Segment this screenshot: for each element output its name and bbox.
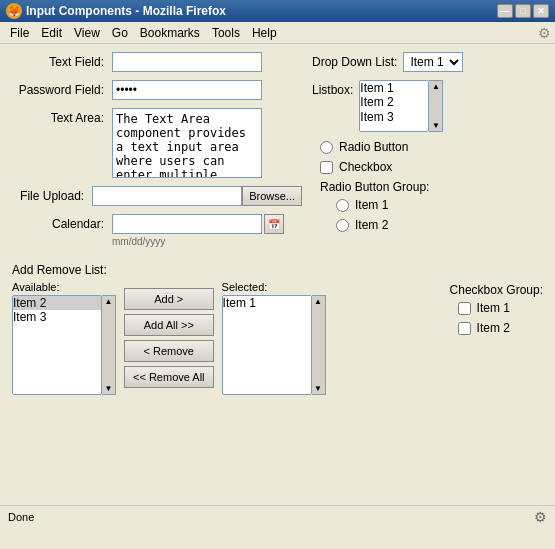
text-field-control [112, 52, 262, 72]
checkbox-group-item-1-label: Item 1 [477, 301, 510, 315]
radio-button-input[interactable] [320, 141, 333, 154]
text-field-label: Text Field: [12, 52, 112, 69]
status-text: Done [8, 511, 34, 523]
checkbox-group-item-2-input[interactable] [458, 322, 471, 335]
main-content: Text Field: Password Field: Text Area: T… [0, 44, 555, 527]
listbox-item-3: Item 3 [360, 110, 428, 124]
password-field-control [112, 80, 262, 100]
menu-go[interactable]: Go [106, 24, 134, 42]
selected-label: Selected: [222, 281, 326, 293]
selected-scroll-down: ▼ [314, 384, 322, 393]
listbox-scrollbar: ▲ ▼ [429, 80, 443, 132]
add-remove-left: Add Remove List: Available: Item 2 Item … [12, 263, 434, 395]
radio-group-section: Radio Button Group: Item 1 Item 2 [320, 180, 543, 232]
scrollbar-down-arrow: ▼ [432, 121, 440, 130]
text-field-row: Text Field: [12, 52, 302, 72]
calendar-label: Calendar: [12, 214, 112, 231]
checkbox-label: Checkbox [339, 160, 392, 174]
gear-icon: ⚙ [538, 25, 551, 41]
password-field-label: Password Field: [12, 80, 112, 97]
radio-group-label: Radio Button Group: [320, 180, 543, 194]
file-upload-row: File Upload: Browse... [12, 186, 302, 206]
text-field-input[interactable] [112, 52, 262, 72]
dropdown-select[interactable]: Item 1 Item 2 Item 3 [403, 52, 463, 72]
radio-group-item-2-input[interactable] [336, 219, 349, 232]
window-title: Input Components - Mozilla Firefox [26, 4, 497, 18]
file-upload-control: Browse... [92, 186, 302, 206]
radio-group-item-2-row: Item 2 [336, 218, 543, 232]
menu-tools[interactable]: Tools [206, 24, 246, 42]
menu-bookmarks[interactable]: Bookmarks [134, 24, 206, 42]
status-gear-icon: ⚙ [534, 509, 547, 525]
remove-button[interactable]: < Remove [124, 340, 214, 362]
add-remove-label: Add Remove List: [12, 263, 434, 277]
add-all-button[interactable]: Add All >> [124, 314, 214, 336]
menu-file[interactable]: File [4, 24, 35, 42]
calendar-input-row: 📅 [112, 214, 284, 234]
radio-button-label: Radio Button [339, 140, 408, 154]
textarea-row: Text Area: The Text Area component provi… [12, 108, 302, 178]
window-controls: — □ ✕ [497, 4, 549, 18]
browser-icon: 🦊 [6, 3, 22, 19]
listbox-label: Listbox: [312, 80, 359, 97]
checkbox-group-label: Checkbox Group: [450, 283, 543, 297]
menu-view[interactable]: View [68, 24, 106, 42]
dropdown-row: Drop Down List: Item 1 Item 2 Item 3 [312, 52, 543, 72]
file-upload-input[interactable] [92, 186, 242, 206]
textarea-label: Text Area: [12, 108, 112, 125]
selected-list-inner: Item 1 ▲ ▼ [222, 295, 326, 395]
add-remove-section: Add Remove List: Available: Item 2 Item … [12, 263, 543, 395]
selected-scroll-up: ▲ [314, 297, 322, 306]
available-scrollbar: ▲ ▼ [102, 295, 116, 395]
selected-item-1: Item 1 [223, 296, 311, 310]
listbox-control: Item 1 Item 2 Item 3 ▲ ▼ [359, 80, 443, 132]
minimize-button[interactable]: — [497, 4, 513, 18]
available-panel: Available: Item 2 Item 3 ▲ ▼ [12, 281, 116, 395]
menu-edit[interactable]: Edit [35, 24, 68, 42]
checkbox-group-item-2-row: Item 2 [458, 321, 543, 335]
calendar-row: Calendar: 📅 mm/dd/yyyy [12, 214, 302, 247]
calendar-picker-button[interactable]: 📅 [264, 214, 284, 234]
checkbox-group-item-1-row: Item 1 [458, 301, 543, 315]
maximize-button[interactable]: □ [515, 4, 531, 18]
available-label: Available: [12, 281, 116, 293]
listbox-select[interactable]: Item 1 Item 2 Item 3 [359, 80, 429, 132]
top-section: Text Field: Password Field: Text Area: T… [12, 52, 543, 255]
checkbox-row: Checkbox [320, 160, 543, 174]
status-bar: Done ⚙ [0, 505, 555, 527]
calendar-input[interactable] [112, 214, 262, 234]
calendar-icon: 📅 [268, 219, 280, 230]
checkbox-group-item-2-label: Item 2 [477, 321, 510, 335]
left-column: Text Field: Password Field: Text Area: T… [12, 52, 302, 255]
radio-group-item-2-label: Item 2 [355, 218, 388, 232]
radio-group-item-1-label: Item 1 [355, 198, 388, 212]
transfer-buttons: Add > Add All >> < Remove << Remove All [120, 281, 218, 395]
textarea-input[interactable]: The Text Area component provides a text … [112, 108, 262, 178]
title-bar: 🦊 Input Components - Mozilla Firefox — □… [0, 0, 555, 22]
radio-button-row: Radio Button [320, 140, 543, 154]
available-list-inner: Item 2 Item 3 ▲ ▼ [12, 295, 116, 395]
close-button[interactable]: ✕ [533, 4, 549, 18]
available-list[interactable]: Item 2 Item 3 [12, 295, 102, 395]
dropdown-control: Item 1 Item 2 Item 3 [403, 52, 463, 72]
calendar-control: 📅 mm/dd/yyyy [112, 214, 284, 247]
remove-all-button[interactable]: << Remove All [124, 366, 214, 388]
menu-bar: File Edit View Go Bookmarks Tools Help ⚙ [0, 22, 555, 44]
browse-button[interactable]: Browse... [242, 186, 302, 206]
selected-panel: Selected: Item 1 ▲ ▼ [222, 281, 326, 395]
checkbox-group-item-1-input[interactable] [458, 302, 471, 315]
available-scroll-down: ▼ [105, 384, 113, 393]
file-upload-label: File Upload: [12, 186, 92, 203]
available-item-2: Item 3 [13, 310, 101, 324]
calendar-container: 📅 mm/dd/yyyy [112, 214, 284, 247]
checkbox-input[interactable] [320, 161, 333, 174]
radio-group-item-1-input[interactable] [336, 199, 349, 212]
password-field-input[interactable] [112, 80, 262, 100]
selected-list[interactable]: Item 1 [222, 295, 312, 395]
dropdown-label: Drop Down List: [312, 52, 403, 69]
textarea-control: The Text Area component provides a text … [112, 108, 262, 178]
scrollbar-up-arrow: ▲ [432, 82, 440, 91]
menu-help[interactable]: Help [246, 24, 283, 42]
checkbox-group-section: Checkbox Group: Item 1 Item 2 [434, 263, 543, 341]
add-button[interactable]: Add > [124, 288, 214, 310]
